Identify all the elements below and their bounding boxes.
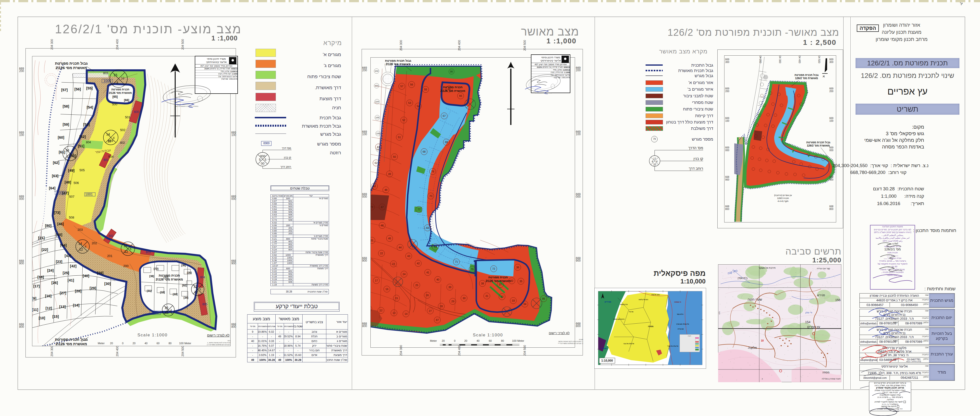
svg-text:52: 52	[402, 119, 405, 122]
svg-text:[34]: [34]	[183, 296, 188, 299]
svg-text:[42]: [42]	[70, 264, 77, 268]
svg-text:13: 13	[393, 311, 395, 314]
svg-text:4: 4	[652, 160, 653, 163]
svg-text:668: 668	[725, 176, 729, 178]
svg-text:[33]: [33]	[173, 293, 178, 296]
svg-text:1:10,000: 1:10,000	[601, 359, 613, 362]
svg-text:12: 12	[124, 250, 128, 254]
svg-text:[45]: [45]	[56, 232, 62, 237]
svg-text:תקף 4.4.41: תקף 4.4.41	[778, 200, 789, 202]
svg-text:[27]: [27]	[60, 291, 67, 295]
svg-text:[41]: [41]	[68, 278, 74, 282]
svg-text:רוחב דרך: רוחב דרך	[280, 165, 291, 168]
svg-text:669: 669	[829, 87, 834, 90]
svg-text:300: 300	[829, 61, 834, 64]
svg-text:מאושרת מס' 126\2: מאושרת מס' 126\2	[440, 89, 465, 93]
svg-text:[46]: [46]	[57, 222, 64, 226]
svg-text:40: 40	[477, 339, 479, 342]
svg-text:[28]: [28]	[75, 289, 81, 293]
svg-text:[80]: [80]	[45, 224, 52, 228]
svg-text:[37]: [37]	[164, 276, 168, 279]
svg-text:15: 15	[395, 297, 398, 300]
svg-text:מס' הדרך: מס' הדרך	[688, 146, 703, 150]
svg-text:42: 42	[417, 262, 420, 265]
svg-text:77: 77	[417, 208, 420, 211]
svg-text:קו בנין: קו בנין	[284, 156, 291, 159]
svg-text:604: 604	[200, 276, 205, 279]
svg-text:12: 12	[79, 248, 83, 251]
svg-text:14: 14	[404, 312, 407, 315]
svg-text:54: 54	[417, 105, 420, 108]
svg-text:[63]: [63]	[52, 174, 59, 178]
svg-text:12: 12	[67, 155, 70, 159]
svg-text:32: 32	[501, 295, 503, 298]
svg-text:מס' דרך: מס' דרך	[282, 147, 291, 150]
svg-text:500: 500	[112, 102, 117, 106]
svg-text:804: 804	[86, 141, 91, 144]
svg-text:[59]: [59]	[63, 122, 69, 126]
svg-text:46: 46	[381, 224, 384, 227]
svg-text:[40]: [40]	[83, 274, 89, 278]
svg-text:80: 80	[169, 342, 172, 345]
svg-text:מאושרת מס' 126/2: מאושרת מס' 126/2	[795, 77, 818, 79]
svg-text:[61]: [61]	[59, 150, 65, 154]
svg-text:1002: 1002	[57, 191, 64, 195]
svg-text:[64]: [64]	[49, 186, 56, 190]
svg-text:86: 86	[450, 70, 453, 73]
svg-text:תכנית 126/2: תכנית 126/2	[777, 197, 789, 199]
svg-text:204 400: 204 400	[798, 56, 801, 64]
svg-text:156: 156	[835, 298, 841, 302]
svg-text:אל-וגלה אל-קבלי: אל-וגלה אל-קבלי	[667, 345, 678, 347]
svg-text:[73]: [73]	[54, 210, 60, 214]
svg-text:[56]: [56]	[75, 87, 81, 91]
svg-text:Scale 1:1000: Scale 1:1000	[137, 333, 167, 337]
svg-text:37: 37	[499, 283, 502, 286]
svg-text:[17]: [17]	[33, 284, 40, 288]
svg-text:29: 29	[451, 300, 454, 303]
svg-text:201: 201	[107, 254, 113, 258]
svg-text:00: 00	[261, 162, 264, 165]
svg-text:5: 5	[130, 247, 132, 251]
svg-text:4: 4	[116, 81, 118, 85]
svg-text:אל-וגלה אל-גרבי: אל-וגלה אל-גרבי	[623, 343, 634, 345]
svg-text:200: 200	[829, 90, 834, 93]
svg-text:51: 51	[398, 136, 401, 139]
svg-text:80: 80	[501, 339, 504, 342]
svg-text:קו בנין: קו בנין	[694, 157, 703, 161]
svg-text:[58]: [58]	[63, 104, 69, 108]
svg-text:669: 669	[725, 58, 729, 61]
svg-text:100: 100	[725, 119, 729, 122]
svg-text:[25]: [25]	[63, 271, 69, 275]
svg-text:43: 43	[407, 254, 410, 257]
svg-text:12: 12	[107, 139, 111, 143]
svg-text:[39]: [39]	[97, 271, 103, 275]
svg-text:72: 72	[492, 267, 495, 270]
svg-text:[15]: [15]	[52, 314, 59, 319]
svg-text:20: 20	[132, 342, 135, 345]
svg-text:30: 30	[463, 297, 466, 300]
svg-text:10: 10	[761, 339, 764, 342]
svg-text:תכנית מפורטת: תכנית מפורטת	[488, 276, 508, 279]
svg-text:חריק מסחה: חריק מסחה	[620, 304, 628, 305]
svg-text:0: 0	[122, 342, 124, 345]
svg-text:זאויה: זאויה	[602, 347, 607, 349]
svg-text:602: 602	[108, 234, 113, 238]
svg-text:[66]: [66]	[124, 98, 129, 102]
svg-text:אל-מוגלה אש-שרקי: אל-מוגלה אש-שרקי	[676, 323, 689, 325]
svg-text:803: 803	[103, 71, 108, 75]
svg-text:69: 69	[426, 226, 429, 229]
svg-text:25: 25	[415, 284, 418, 287]
svg-text:5: 5	[265, 158, 266, 162]
svg-text:[36]: [36]	[181, 264, 186, 267]
svg-text:מאושרת מסי 126\2: מאושרת מסי 126\2	[56, 66, 87, 70]
svg-text:22: 22	[380, 252, 383, 255]
svg-text:36: 36	[516, 266, 519, 269]
svg-text:900: 900	[725, 178, 729, 181]
svg-text:26: 26	[426, 294, 429, 297]
svg-text:17: 17	[375, 279, 378, 282]
svg-text:27: 27	[429, 310, 432, 312]
svg-text:[32]: [32]	[160, 291, 165, 294]
svg-text:41: 41	[426, 271, 429, 274]
svg-text:61: 61	[377, 146, 380, 148]
svg-text:53: 53	[408, 102, 411, 104]
